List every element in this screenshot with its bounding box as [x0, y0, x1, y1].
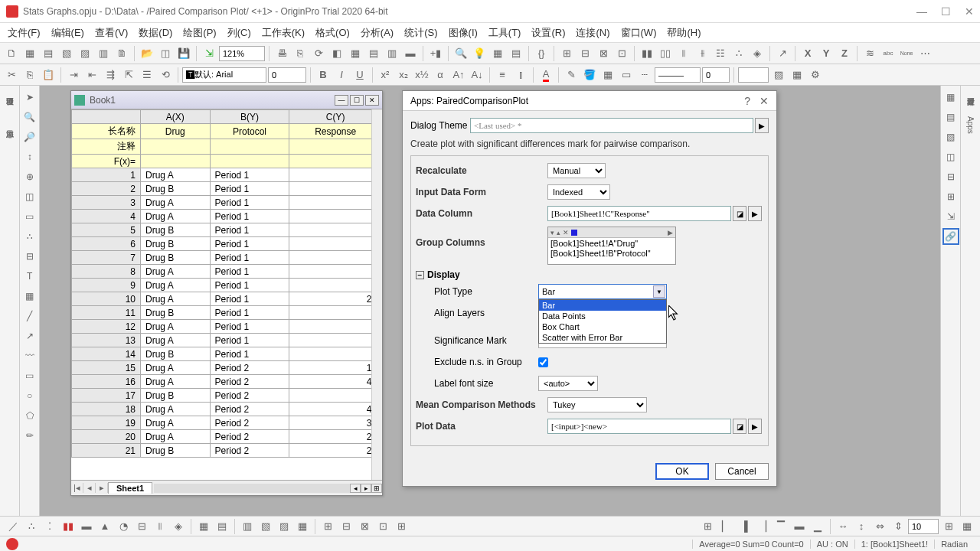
group-item[interactable]: [Book1]Sheet1!A"Drug"	[550, 239, 673, 249]
mask-icon[interactable]: ◫	[21, 188, 38, 205]
align-icon[interactable]: ≡	[494, 67, 511, 83]
dist-v-icon[interactable]: ↕	[853, 518, 870, 535]
border-icon[interactable]: ▭	[618, 67, 635, 83]
dialog-close-button[interactable]: ✕	[760, 95, 769, 107]
book-maximize-button[interactable]: ☐	[350, 95, 364, 106]
plot-type-combo[interactable]: Bar ▼ Bar Data Points Box Chart Scatter …	[538, 284, 667, 299]
status-au[interactable]: AU : ON	[810, 540, 854, 549]
exclude-ns-checkbox[interactable]	[538, 357, 548, 367]
open-template-icon[interactable]: ◫	[157, 45, 174, 62]
decrease-font-icon[interactable]: A↓	[469, 67, 485, 83]
align-t-icon[interactable]: ▔	[773, 518, 789, 535]
menu-tools[interactable]: 工具(T)	[488, 26, 521, 40]
y-axis-icon[interactable]: Y	[818, 45, 835, 62]
more-icon[interactable]: ⋯	[916, 45, 933, 62]
table-row[interactable]: 8Drug APeriod 13	[72, 265, 382, 279]
plot-data-input[interactable]	[547, 419, 731, 434]
align-l-icon[interactable]: ▏	[717, 518, 734, 535]
table-row[interactable]: 15Drug APeriod 215	[72, 361, 382, 375]
duplicate-icon[interactable]: ⎘	[292, 45, 309, 62]
book-icon[interactable]: ▤	[508, 45, 524, 62]
supersub-icon[interactable]: x½	[413, 67, 430, 83]
plot-type-option[interactable]: Bar	[539, 300, 666, 311]
table-row[interactable]: 9Drug APeriod 15	[72, 279, 382, 292]
table-row[interactable]: 5Drug BPeriod 11	[72, 223, 382, 237]
plot-data-flyout[interactable]: ▶	[748, 419, 762, 434]
table-row[interactable]: 4Drug APeriod 12	[72, 210, 382, 223]
new-notes-icon[interactable]: 🗎	[113, 45, 130, 62]
grid2-icon[interactable]: ▦	[959, 518, 975, 535]
import-wizard-icon[interactable]: ⇥	[65, 67, 82, 83]
sheet-tab[interactable]: Sheet1	[108, 482, 152, 494]
bars2-icon[interactable]: ▯▯	[657, 45, 674, 62]
gallery-icon[interactable]: ▧	[942, 129, 959, 145]
import-icon[interactable]: ⇲	[201, 45, 217, 62]
table-row[interactable]: 21Drug BPeriod 220	[72, 444, 382, 458]
align-m-icon[interactable]: ▬	[791, 518, 808, 535]
scatter-tool-icon[interactable]: ∴	[21, 228, 38, 245]
apps-label[interactable]: Apps	[966, 113, 975, 137]
template2-icon[interactable]: ▤	[214, 518, 230, 535]
bars1-icon[interactable]: ▮▮	[639, 45, 655, 62]
table-row[interactable]: 12Drug APeriod 11	[72, 320, 382, 334]
bold-icon[interactable]: B	[315, 67, 332, 83]
font-size-combo[interactable]: 0	[268, 67, 306, 83]
mean-comp-select[interactable]: Tukey	[547, 397, 647, 412]
table-row[interactable]: 7Drug BPeriod 11	[72, 251, 382, 265]
new-graph-icon[interactable]: ▤	[40, 45, 57, 62]
label-font-select[interactable]: <auto>	[538, 376, 598, 391]
line-scatter-icon[interactable]: ⁚	[41, 518, 58, 535]
area-plot-icon[interactable]: ▲	[96, 518, 113, 535]
table-row[interactable]: 10Drug APeriod 120	[72, 292, 382, 306]
table-row[interactable]: 20Drug APeriod 222	[72, 430, 382, 444]
multi2-icon[interactable]: ▧	[257, 518, 274, 535]
window-icon[interactable]: ◧	[328, 45, 345, 62]
font-name-combo[interactable]: 🆃 默认: Arial	[182, 67, 266, 83]
pie-plot-icon[interactable]: ◔	[115, 518, 132, 535]
panel2-icon[interactable]: ◫	[942, 148, 959, 165]
plot-type-option[interactable]: Data Points	[539, 311, 666, 321]
cancel-button[interactable]: Cancel	[715, 463, 769, 480]
fill-color-icon[interactable]: 🪣	[581, 67, 598, 83]
data-tool-icon[interactable]: ⊟	[21, 248, 38, 265]
table-row[interactable]: 13Drug APeriod 18	[72, 334, 382, 347]
bars3-icon[interactable]: ⫴	[675, 45, 692, 62]
bars4-icon[interactable]: ⫵	[694, 45, 710, 62]
import-multi-icon[interactable]: ⇶	[102, 67, 119, 83]
pattern-icon[interactable]: ▦	[599, 67, 616, 83]
chart2-icon[interactable]: ⊟	[577, 45, 593, 62]
open-icon[interactable]: 📂	[139, 45, 155, 62]
lightbulb-icon[interactable]: 💡	[471, 45, 488, 62]
table-row[interactable]: 1Drug APeriod 16	[72, 168, 382, 182]
input-form-select[interactable]: Indexed	[547, 184, 610, 200]
greek-icon[interactable]: α	[432, 67, 449, 83]
dist-h-icon[interactable]: ↔	[835, 518, 851, 535]
rect-icon[interactable]: ▭	[21, 367, 38, 384]
stack2-icon[interactable]: ⊟	[338, 518, 354, 535]
col-header-a[interactable]: A(X)	[141, 110, 211, 124]
spacing-combo[interactable]: 10	[908, 519, 939, 534]
maximize-button[interactable]: ☐	[941, 5, 951, 18]
text-icon[interactable]: T	[21, 268, 38, 285]
multi4-icon[interactable]: ▦	[294, 518, 311, 535]
z-axis-icon[interactable]: Z	[836, 45, 853, 62]
recalculate-select[interactable]: Manual	[547, 163, 606, 178]
stack1-icon[interactable]: ⊞	[319, 518, 336, 535]
book-close-button[interactable]: ✕	[365, 95, 379, 106]
align-r-icon[interactable]: ▕	[754, 518, 771, 535]
menu-file[interactable]: 文件(F)	[8, 26, 41, 40]
dash-icon[interactable]: ┄	[636, 67, 653, 83]
valign-icon[interactable]: ⫿	[512, 67, 529, 83]
circle-icon[interactable]: ○	[21, 387, 38, 404]
3d-icon[interactable]: ◈	[749, 45, 766, 62]
poly-icon[interactable]: ⬠	[21, 407, 38, 424]
bar-plot-icon[interactable]: ▬	[78, 518, 95, 535]
table-row[interactable]: 16Drug APeriod 242	[72, 375, 382, 389]
plot-type-option[interactable]: Box Chart	[539, 321, 666, 332]
3d-plot-icon[interactable]: ◈	[170, 518, 187, 535]
pointer-icon[interactable]: ➤	[21, 89, 38, 106]
menu-format[interactable]: 格式(O)	[315, 26, 350, 40]
close-button[interactable]: ✕	[965, 5, 974, 18]
menu-window[interactable]: 窗口(W)	[621, 26, 657, 40]
worksheet-table[interactable]: A(X) B(Y) C(Y) 长名称 Drug Protocol Respons…	[71, 109, 382, 458]
